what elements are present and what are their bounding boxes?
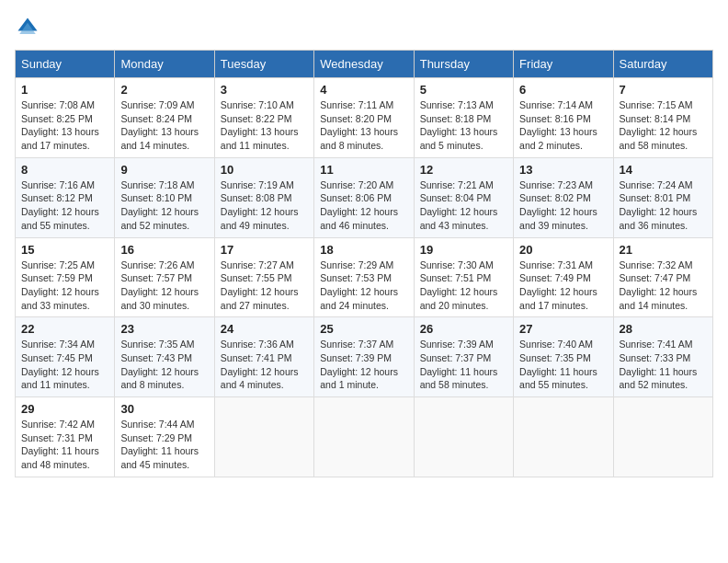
calendar-cell: 8Sunrise: 7:16 AMSunset: 8:12 PMDaylight…: [16, 157, 115, 237]
calendar-cell: 23Sunrise: 7:35 AMSunset: 7:43 PMDayligh…: [115, 317, 214, 397]
calendar-cell: 13Sunrise: 7:23 AMSunset: 8:02 PMDayligh…: [514, 157, 613, 237]
day-number: 20: [519, 243, 607, 257]
calendar-cell: 15Sunrise: 7:25 AMSunset: 7:59 PMDayligh…: [16, 237, 115, 317]
calendar-cell: 7Sunrise: 7:15 AMSunset: 8:14 PMDaylight…: [613, 78, 712, 158]
calendar-cell: 3Sunrise: 7:10 AMSunset: 8:22 PMDaylight…: [214, 78, 313, 158]
calendar-week-2: 8Sunrise: 7:16 AMSunset: 8:12 PMDaylight…: [16, 157, 713, 237]
calendar-cell: [314, 397, 414, 477]
day-number: 5: [420, 83, 507, 97]
day-info: Sunrise: 7:29 AMSunset: 7:53 PMDaylight:…: [320, 259, 407, 313]
day-info: Sunrise: 7:27 AMSunset: 7:55 PMDaylight:…: [221, 259, 308, 313]
calendar-cell: [214, 397, 313, 477]
day-info: Sunrise: 7:42 AMSunset: 7:31 PMDaylight:…: [21, 418, 108, 472]
day-info: Sunrise: 7:31 AMSunset: 7:49 PMDaylight:…: [519, 259, 607, 313]
calendar-table: SundayMondayTuesdayWednesdayThursdayFrid…: [15, 50, 713, 477]
calendar-cell: 6Sunrise: 7:14 AMSunset: 8:16 PMDaylight…: [514, 78, 613, 158]
calendar-cell: 2Sunrise: 7:09 AMSunset: 8:24 PMDaylight…: [115, 78, 214, 158]
day-info: Sunrise: 7:18 AMSunset: 8:10 PMDaylight:…: [120, 178, 208, 233]
day-number: 4: [320, 83, 407, 97]
day-number: 10: [221, 163, 308, 177]
day-number: 26: [420, 322, 507, 336]
calendar-week-3: 15Sunrise: 7:25 AMSunset: 7:59 PMDayligh…: [16, 237, 713, 317]
calendar-header-thursday: Thursday: [414, 51, 513, 78]
day-info: Sunrise: 7:44 AMSunset: 7:29 PMDaylight:…: [120, 418, 208, 472]
day-number: 13: [519, 163, 607, 177]
day-info: Sunrise: 7:16 AMSunset: 8:12 PMDaylight:…: [21, 178, 108, 233]
day-info: Sunrise: 7:20 AMSunset: 8:06 PMDaylight:…: [320, 178, 407, 233]
calendar-cell: [514, 397, 613, 477]
day-info: Sunrise: 7:26 AMSunset: 7:57 PMDaylight:…: [120, 259, 208, 313]
day-info: Sunrise: 7:10 AMSunset: 8:22 PMDaylight:…: [221, 98, 308, 153]
day-info: Sunrise: 7:25 AMSunset: 7:59 PMDaylight:…: [21, 259, 108, 313]
day-info: Sunrise: 7:36 AMSunset: 7:41 PMDaylight:…: [221, 338, 308, 392]
logo: [15, 15, 42, 40]
day-info: Sunrise: 7:21 AMSunset: 8:04 PMDaylight:…: [420, 178, 507, 233]
day-info: Sunrise: 7:11 AMSunset: 8:20 PMDaylight:…: [320, 98, 407, 153]
day-number: 21: [620, 243, 707, 257]
calendar-cell: 20Sunrise: 7:31 AMSunset: 7:49 PMDayligh…: [514, 237, 613, 317]
day-number: 29: [21, 402, 108, 416]
day-number: 7: [620, 83, 707, 97]
day-number: 14: [620, 163, 707, 177]
day-number: 16: [120, 243, 208, 257]
calendar-cell: 29Sunrise: 7:42 AMSunset: 7:31 PMDayligh…: [16, 397, 115, 477]
day-number: 22: [21, 322, 108, 336]
calendar-header-tuesday: Tuesday: [214, 51, 313, 78]
day-info: Sunrise: 7:09 AMSunset: 8:24 PMDaylight:…: [120, 98, 208, 153]
day-number: 25: [320, 322, 407, 336]
calendar-cell: 1Sunrise: 7:08 AMSunset: 8:25 PMDaylight…: [16, 78, 115, 158]
calendar-cell: 12Sunrise: 7:21 AMSunset: 8:04 PMDayligh…: [414, 157, 513, 237]
day-number: 17: [221, 243, 308, 257]
calendar-cell: 21Sunrise: 7:32 AMSunset: 7:47 PMDayligh…: [613, 237, 712, 317]
day-number: 18: [320, 243, 407, 257]
day-info: Sunrise: 7:32 AMSunset: 7:47 PMDaylight:…: [620, 259, 707, 313]
day-number: 28: [620, 322, 707, 336]
calendar-cell: 11Sunrise: 7:20 AMSunset: 8:06 PMDayligh…: [314, 157, 414, 237]
day-number: 8: [21, 163, 108, 177]
calendar-cell: 26Sunrise: 7:39 AMSunset: 7:37 PMDayligh…: [414, 317, 513, 397]
calendar-cell: 27Sunrise: 7:40 AMSunset: 7:35 PMDayligh…: [514, 317, 613, 397]
calendar-header-friday: Friday: [514, 51, 613, 78]
calendar-cell: 22Sunrise: 7:34 AMSunset: 7:45 PMDayligh…: [16, 317, 115, 397]
calendar-header-sunday: Sunday: [16, 51, 115, 78]
calendar-header-saturday: Saturday: [613, 51, 712, 78]
day-info: Sunrise: 7:39 AMSunset: 7:37 PMDaylight:…: [420, 338, 507, 392]
calendar-cell: 18Sunrise: 7:29 AMSunset: 7:53 PMDayligh…: [314, 237, 414, 317]
calendar-cell: [613, 397, 712, 477]
day-number: 15: [21, 243, 108, 257]
calendar-cell: 25Sunrise: 7:37 AMSunset: 7:39 PMDayligh…: [314, 317, 414, 397]
calendar-cell: 5Sunrise: 7:13 AMSunset: 8:18 PMDaylight…: [414, 78, 513, 158]
calendar-header-wednesday: Wednesday: [314, 51, 414, 78]
calendar-cell: 30Sunrise: 7:44 AMSunset: 7:29 PMDayligh…: [115, 397, 214, 477]
day-number: 6: [519, 83, 607, 97]
day-number: 30: [120, 402, 208, 416]
day-info: Sunrise: 7:41 AMSunset: 7:33 PMDaylight:…: [620, 338, 707, 392]
day-info: Sunrise: 7:15 AMSunset: 8:14 PMDaylight:…: [620, 98, 707, 153]
calendar-cell: 10Sunrise: 7:19 AMSunset: 8:08 PMDayligh…: [214, 157, 313, 237]
day-number: 1: [21, 83, 108, 97]
day-info: Sunrise: 7:37 AMSunset: 7:39 PMDaylight:…: [320, 338, 407, 392]
calendar-cell: 9Sunrise: 7:18 AMSunset: 8:10 PMDaylight…: [115, 157, 214, 237]
day-number: 23: [120, 322, 208, 336]
logo-icon: [15, 15, 40, 40]
calendar-cell: 16Sunrise: 7:26 AMSunset: 7:57 PMDayligh…: [115, 237, 214, 317]
calendar-cell: 19Sunrise: 7:30 AMSunset: 7:51 PMDayligh…: [414, 237, 513, 317]
day-number: 24: [221, 322, 308, 336]
day-info: Sunrise: 7:24 AMSunset: 8:01 PMDaylight:…: [620, 178, 707, 233]
day-info: Sunrise: 7:13 AMSunset: 8:18 PMDaylight:…: [420, 98, 507, 153]
day-number: 2: [120, 83, 208, 97]
day-info: Sunrise: 7:23 AMSunset: 8:02 PMDaylight:…: [519, 178, 607, 233]
calendar-cell: [414, 397, 513, 477]
day-info: Sunrise: 7:30 AMSunset: 7:51 PMDaylight:…: [420, 259, 507, 313]
calendar-cell: 14Sunrise: 7:24 AMSunset: 8:01 PMDayligh…: [613, 157, 712, 237]
day-info: Sunrise: 7:14 AMSunset: 8:16 PMDaylight:…: [519, 98, 607, 153]
day-info: Sunrise: 7:34 AMSunset: 7:45 PMDaylight:…: [21, 338, 108, 392]
calendar-week-5: 29Sunrise: 7:42 AMSunset: 7:31 PMDayligh…: [16, 397, 713, 477]
day-number: 27: [519, 322, 607, 336]
day-info: Sunrise: 7:19 AMSunset: 8:08 PMDaylight:…: [221, 178, 308, 233]
calendar-header-row: SundayMondayTuesdayWednesdayThursdayFrid…: [16, 51, 713, 78]
day-number: 3: [221, 83, 308, 97]
day-number: 11: [320, 163, 407, 177]
day-number: 19: [420, 243, 507, 257]
calendar-week-4: 22Sunrise: 7:34 AMSunset: 7:45 PMDayligh…: [16, 317, 713, 397]
